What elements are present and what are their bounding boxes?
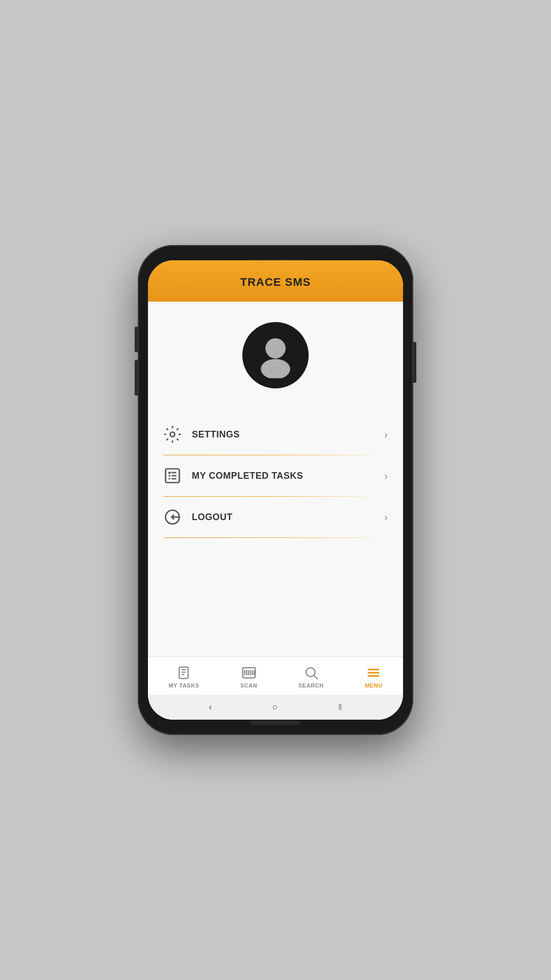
- divider-3: [163, 537, 388, 538]
- volume-up-button[interactable]: [135, 327, 138, 352]
- settings-menu-item[interactable]: SETTINGS ›: [148, 414, 403, 455]
- logout-menu-item[interactable]: LOGOUT ›: [148, 497, 403, 537]
- completed-tasks-chevron: ›: [384, 470, 388, 482]
- app-title: TRACE SMS: [240, 276, 311, 288]
- main-content: SETTINGS › MY CO: [148, 302, 403, 656]
- avatar-section: [148, 302, 403, 404]
- nav-menu[interactable]: MENU: [357, 663, 390, 691]
- checklist-icon: [163, 467, 182, 485]
- power-button[interactable]: [413, 342, 416, 383]
- android-home-button[interactable]: ○: [272, 702, 278, 713]
- bottom-navigation: MY TASKS SCAN SEARC: [148, 656, 403, 695]
- barcode-icon: [241, 665, 257, 680]
- phone-frame: TRACE SMS: [138, 245, 413, 735]
- avatar: [242, 322, 309, 388]
- android-nav-bar: ‹ ○ ⦀: [148, 695, 403, 720]
- settings-chevron: ›: [384, 429, 388, 440]
- logout-chevron: ›: [384, 511, 388, 523]
- volume-down-button[interactable]: [135, 360, 138, 396]
- menu-list: SETTINGS › MY CO: [148, 404, 403, 656]
- menu-icon: [366, 665, 381, 680]
- svg-point-2: [170, 432, 175, 437]
- nav-my-tasks[interactable]: MY TASKS: [160, 663, 207, 691]
- completed-tasks-menu-item[interactable]: MY COMPLETED TASKS ›: [148, 455, 403, 496]
- settings-label: SETTINGS: [192, 429, 384, 440]
- logout-label: LOGOUT: [192, 512, 384, 523]
- nav-search-label: SEARCH: [298, 682, 323, 689]
- nav-scan[interactable]: SCAN: [232, 663, 265, 691]
- nav-scan-label: SCAN: [240, 682, 257, 689]
- svg-point-1: [261, 359, 290, 378]
- completed-tasks-label: MY COMPLETED TASKS: [192, 471, 384, 481]
- phone-screen: TRACE SMS: [148, 260, 403, 720]
- svg-rect-12: [180, 667, 189, 679]
- android-recent-button[interactable]: ⦀: [338, 702, 342, 713]
- android-back-button[interactable]: ‹: [209, 702, 212, 713]
- nav-search[interactable]: SEARCH: [290, 663, 332, 691]
- svg-point-23: [306, 668, 315, 677]
- svg-line-24: [314, 676, 317, 679]
- search-icon: [304, 665, 319, 680]
- user-avatar-icon: [253, 332, 298, 378]
- gear-icon: [163, 425, 182, 444]
- nav-menu-label: MENU: [365, 682, 382, 689]
- logout-icon: [163, 508, 182, 526]
- clipboard-icon: [176, 665, 191, 680]
- svg-point-0: [265, 338, 286, 359]
- app-header: TRACE SMS: [148, 260, 403, 302]
- nav-my-tasks-label: MY TASKS: [168, 682, 199, 689]
